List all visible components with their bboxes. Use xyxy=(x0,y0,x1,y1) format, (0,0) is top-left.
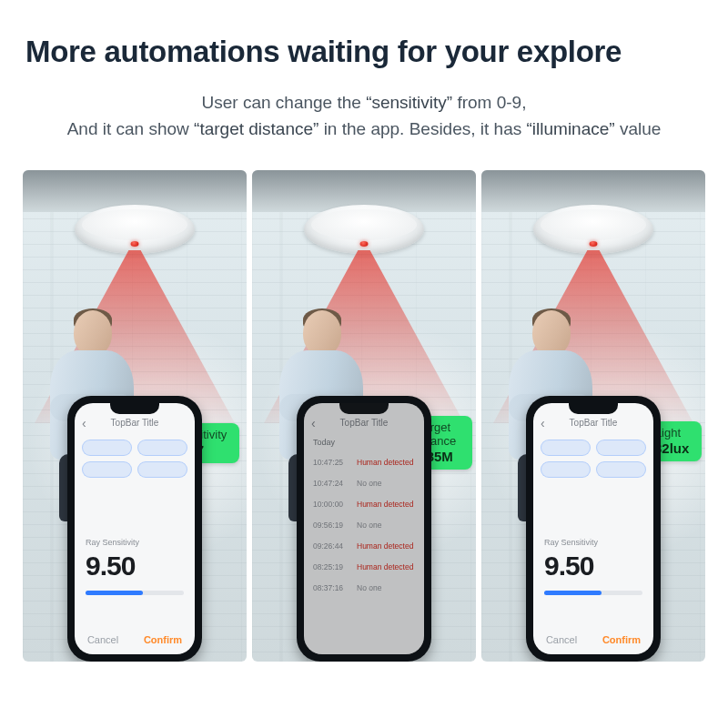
metric-label: Ray Sensitivity xyxy=(86,538,139,547)
panel-target-distance: Target distance 1.35M ‹ TopBar Title Tod… xyxy=(252,170,476,662)
dim-overlay xyxy=(304,403,424,654)
cancel-button[interactable]: Cancel xyxy=(87,634,118,645)
option-pill[interactable] xyxy=(541,440,591,456)
option-pill[interactable] xyxy=(82,440,132,456)
app-topbar: ‹ TopBar Title xyxy=(75,414,195,432)
panel-illuminance: Light 232lux ‹ TopBar Title xyxy=(481,170,705,662)
metric-label: Ray Sensitivity xyxy=(544,538,598,547)
phone-screen: ‹ TopBar Title Ray Sensitivity 9.50 Canc… xyxy=(533,403,653,654)
sub1-post: from 0-9, xyxy=(452,93,526,112)
phone-mockup: ‹ TopBar Title Today 10:47:25Human detec… xyxy=(297,396,431,662)
sensor-device xyxy=(75,205,195,254)
sensor-device xyxy=(304,205,424,254)
option-pills xyxy=(82,440,187,478)
sensor-disc xyxy=(75,205,195,254)
sub2-quoted-1: “target distance” xyxy=(194,119,318,138)
sub2-pre: And it can show xyxy=(67,119,194,138)
confirm-button[interactable]: Confirm xyxy=(602,634,641,645)
topbar-title: TopBar Title xyxy=(111,418,159,428)
sensor-disc xyxy=(304,205,424,254)
phone-notch xyxy=(110,403,159,414)
option-pill[interactable] xyxy=(82,461,132,478)
option-pill[interactable] xyxy=(137,440,187,456)
sensor-device xyxy=(533,205,653,254)
sensitivity-slider[interactable] xyxy=(86,591,184,595)
sub1-pre: User can change the xyxy=(202,93,367,112)
sub2-mid: in the app. Besides, it has xyxy=(318,119,526,138)
sensor-led-icon xyxy=(131,241,139,247)
headline: More automations waiting for your explor… xyxy=(0,35,728,69)
back-icon[interactable]: ‹ xyxy=(82,416,86,430)
dialog-actions: Cancel Confirm xyxy=(533,634,653,645)
sub2-post: value xyxy=(615,119,662,138)
metric-value: 9.50 xyxy=(544,551,593,581)
sensor-led-icon xyxy=(360,241,369,247)
option-pill[interactable] xyxy=(541,461,591,478)
option-pill[interactable] xyxy=(596,440,646,456)
sensitivity-slider[interactable] xyxy=(544,591,642,595)
sub1-quoted: “sensitivity” xyxy=(366,93,452,112)
panel-row: Sensitivity 7 ‹ TopBar Title xyxy=(0,170,728,662)
phone-mockup: ‹ TopBar Title Ray Sensitivity 9.50 Canc… xyxy=(67,396,202,662)
sensor-disc xyxy=(533,205,653,254)
sensor-led-icon xyxy=(590,241,598,247)
dialog-actions: Cancel Confirm xyxy=(75,634,195,645)
sub2-quoted-2: “illuminace” xyxy=(527,119,615,138)
cancel-button[interactable]: Cancel xyxy=(546,634,577,645)
phone-mockup: ‹ TopBar Title Ray Sensitivity 9.50 Canc… xyxy=(526,396,661,662)
option-pill[interactable] xyxy=(596,461,646,478)
panel-sensitivity: Sensitivity 7 ‹ TopBar Title xyxy=(23,170,247,662)
metric-value: 9.50 xyxy=(86,551,135,581)
phone-screen: ‹ TopBar Title Ray Sensitivity 9.50 Canc… xyxy=(75,403,195,654)
confirm-button[interactable]: Confirm xyxy=(144,634,182,645)
option-pill[interactable] xyxy=(137,461,187,478)
phone-notch xyxy=(569,403,618,414)
app-topbar: ‹ TopBar Title xyxy=(533,414,653,432)
subtitle-line-2: And it can show “target distance” in the… xyxy=(0,116,728,142)
back-icon[interactable]: ‹ xyxy=(541,416,545,430)
topbar-title: TopBar Title xyxy=(570,418,618,428)
phone-screen: ‹ TopBar Title Today 10:47:25Human detec… xyxy=(304,403,424,654)
subtitle-line-1: User can change the “sensitivity” from 0… xyxy=(0,89,728,116)
option-pills xyxy=(541,440,646,478)
